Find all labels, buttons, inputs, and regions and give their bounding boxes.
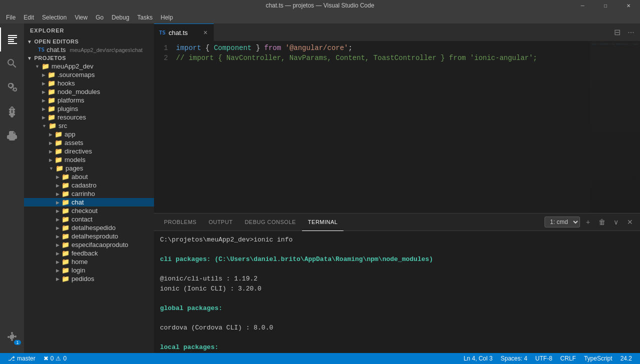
tree-item-chat[interactable]: ▶📁chat [24,198,154,206]
tree-item-checkout[interactable]: ▶📁checkout [24,206,154,215]
minimize-button[interactable]: ─ [571,0,594,11]
tree-item-contact[interactable]: ▶📁contact [24,215,154,224]
maximize-button[interactable]: □ [594,0,617,11]
more-actions-button[interactable]: ··· [624,26,638,40]
tree-item-label: assets [64,139,84,146]
tree-item-label: hooks [58,80,75,87]
new-terminal-button[interactable]: + [582,216,594,228]
tree-item-directives[interactable]: ▶📁directives [24,147,154,156]
menu-help[interactable]: Help [156,13,177,22]
folder-arrow-icon: ▶ [42,115,46,120]
code-line-2: // import { NavController, NavParams, Co… [172,53,590,63]
menu-selection[interactable]: Selection [38,13,70,22]
open-editor-filename: chat.ts [46,46,66,54]
tree-item-hooks[interactable]: ▶📁hooks [24,79,154,88]
tree-item-home[interactable]: ▶📁home [24,258,154,266]
tree-item-src[interactable]: ▼📁src [24,122,154,130]
menu-tasks[interactable]: Tasks [134,13,157,22]
tree-item-pedidos[interactable]: ▶📁pedidos [24,274,154,283]
tree-item-login[interactable]: ▶📁login [24,266,154,274]
panel-tab-debug-console[interactable]: DEBUG CONSOLE [238,214,302,231]
status-language[interactable]: TypeScript [580,353,616,364]
terminal-content[interactable]: C:\projetos\meuApp2_dev>ionic info cli p… [154,231,640,353]
code-content[interactable]: import { Component } from '@angular/core… [172,41,590,213]
tree-item-about[interactable]: ▶📁about [24,172,154,181]
folder-icon: 📁 [54,156,62,164]
panel-close-button[interactable]: ✕ [624,216,636,228]
explorer-title: EXPLORER [24,24,154,38]
tab-close-button[interactable]: × [202,28,208,36]
tree-item-node-modules[interactable]: ▶📁node_modules [24,88,154,96]
activity-debug[interactable] [0,100,24,124]
tree-item-plugins[interactable]: ▶📁plugins [24,104,154,113]
menu-edit[interactable]: Edit [20,13,38,22]
menu-go[interactable]: Go [92,13,108,22]
folder-arrow-icon: ▶ [56,226,60,230]
folder-arrow-icon: ▶ [56,174,60,180]
folder-icon: 📁 [48,96,56,104]
panel-tab-problems[interactable]: PROBLEMS [158,214,202,231]
tree-item-especifacaoproduto[interactable]: ▶📁especifacaoproduto [24,240,154,249]
tree-item-meuapp2-dev[interactable]: ▼📁meuApp2_dev [24,62,154,70]
tab-ts-icon: TS [159,30,166,36]
close-button[interactable]: ✕ [617,0,640,11]
activity-bar-bottom: 1 [0,325,24,353]
tree-item-label: detalhespedido [72,224,116,232]
open-editor-path: meuApp2_dev\src\pages\chat [70,47,143,53]
main-area: 1 EXPLORER ▼ OPEN EDITORS TS chat.ts meu… [0,24,640,353]
tree-item-pages[interactable]: ▼📁pages [24,164,154,172]
activity-extensions[interactable] [0,124,24,148]
terminal-line-10 [160,332,634,342]
status-encoding[interactable]: UTF-8 [532,353,556,364]
tree-item-resources[interactable]: ▶📁resources [24,113,154,122]
activity-settings[interactable]: 1 [0,325,24,349]
status-errors[interactable]: ✖ 0 ⚠ 0 [40,353,70,364]
kill-terminal-button[interactable]: 🗑 [596,216,608,228]
status-version[interactable]: 24.2 [616,353,636,364]
tree-item-cadastro[interactable]: ▶📁cadastro [24,181,154,190]
tree-item-models[interactable]: ▶📁models [24,156,154,164]
status-branch[interactable]: ⎇ master [4,353,40,364]
editor-area: TS chat.ts × ⊟ ··· 1 2 import { Componen… [154,24,640,353]
menu-debug[interactable]: Debug [108,13,133,22]
menu-bar: File Edit Selection View Go Debug Tasks … [0,11,640,24]
projetos-label: PROJETOS [34,55,66,61]
terminal-selector[interactable]: 1: cmd [544,216,580,228]
split-editor-button[interactable]: ⊟ [610,26,624,40]
menu-view[interactable]: View [70,13,92,22]
tree-item-platforms[interactable]: ▶📁platforms [24,96,154,104]
projetos-arrow: ▼ [27,56,32,61]
folder-arrow-icon: ▶ [56,183,60,188]
tree-item-detalhespedido[interactable]: ▶📁detalhespedido [24,224,154,232]
menu-file[interactable]: File [2,13,20,22]
activity-explorer[interactable] [0,28,24,52]
folder-icon: 📁 [62,250,70,257]
panel-tab-output[interactable]: OUTPUT [202,214,238,231]
branch-icon: ⎇ [8,355,15,362]
folder-icon: 📁 [62,275,70,282]
panel-tab-terminal[interactable]: TERMINAL [302,214,344,231]
tree-item-app[interactable]: ▶📁app [24,130,154,138]
terminal-line-11: local packages: [160,342,634,352]
tree-item-detalhesproduto[interactable]: ▶📁detalhesproduto [24,232,154,240]
tree-item-label: login [72,266,85,274]
tab-actions: ⊟ ··· [608,24,640,41]
tab-chat-ts[interactable]: TS chat.ts × [154,24,214,41]
folder-arrow-icon: ▶ [56,242,60,248]
tree-item-feedback[interactable]: ▶📁feedback [24,249,154,258]
tree-item-assets[interactable]: ▶📁assets [24,138,154,147]
activity-source-control[interactable] [0,76,24,100]
open-editors-section[interactable]: ▼ OPEN EDITORS [24,38,154,46]
tree-item-carrinho[interactable]: ▶📁carrinho [24,190,154,198]
tree-item-label: chat [72,198,84,206]
status-spaces[interactable]: Spaces: 4 [496,353,531,364]
status-eol[interactable]: CRLF [556,353,580,364]
terminal-line-9: cordova (Cordova CLI) : 8.0.0 [160,323,634,333]
folder-icon: 📁 [42,62,50,70]
tree-item--sourcemaps[interactable]: ▶📁.sourcemaps [24,70,154,79]
activity-search[interactable] [0,52,24,76]
panel-toggle-button[interactable]: ∨ [610,216,622,228]
open-editor-chat-ts[interactable]: TS chat.ts meuApp2_dev\src\pages\chat [24,46,154,54]
projetos-section[interactable]: ▼ PROJETOS [24,54,154,62]
status-position[interactable]: Ln 4, Col 3 [460,353,496,364]
